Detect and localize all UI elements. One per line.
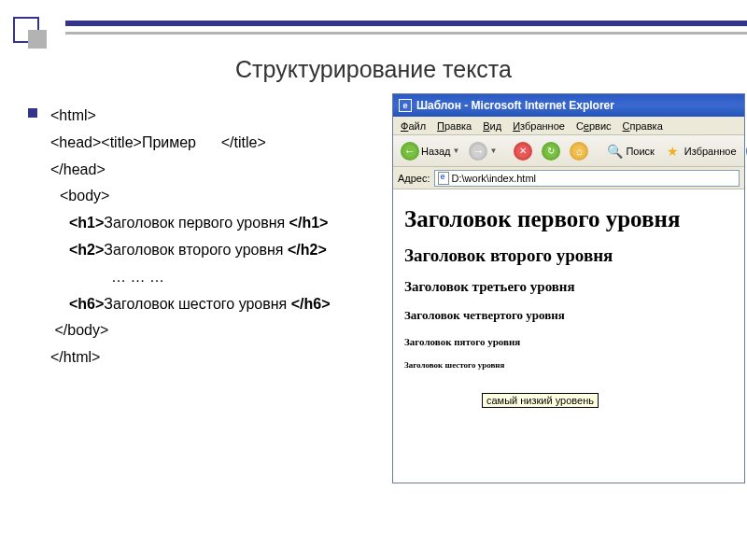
- ie-browser-window: e Шаблон - Microsoft Internet Explorer Ф…: [392, 93, 745, 483]
- code-line: <h1>Заголовок первого уровня </h1>: [50, 210, 374, 237]
- tooltip: самый низкий уровень: [482, 393, 599, 408]
- back-button[interactable]: ← Назад ▼: [398, 140, 462, 162]
- code-line: … … …: [50, 264, 374, 291]
- code-line: <h6>Заголовок шестого уровня </h6>: [50, 291, 374, 318]
- address-value: D:\work\index.html: [452, 173, 536, 184]
- forward-button[interactable]: → ▼: [466, 140, 500, 162]
- code-line: </head>: [50, 157, 374, 184]
- decoration-line-thick: [65, 21, 747, 26]
- address-input[interactable]: D:\work\index.html: [434, 170, 740, 187]
- window-titlebar: e Шаблон - Microsoft Internet Explorer: [393, 94, 744, 117]
- menu-file[interactable]: Файл: [397, 119, 430, 133]
- back-arrow-icon: ←: [401, 142, 419, 161]
- heading-h6: Заголовок шестого уровня: [404, 360, 733, 370]
- search-icon: 🔍: [605, 142, 624, 161]
- menu-edit[interactable]: Правка: [433, 119, 475, 133]
- media-button[interactable]: ●: [743, 140, 747, 162]
- window-title: Шаблон - Microsoft Internet Explorer: [416, 99, 614, 112]
- refresh-icon: ↻: [542, 142, 560, 161]
- search-button[interactable]: 🔍 Поиск: [602, 140, 656, 162]
- home-button[interactable]: ⌂: [567, 140, 591, 162]
- menu-help[interactable]: Справка: [619, 119, 667, 133]
- heading-h5: Заголовок пятого уровня: [404, 336, 733, 347]
- slide-title: Структурирование текста: [0, 56, 747, 83]
- menu-bar: Файл Правка Вид Избранное Сервис Справка: [393, 117, 744, 135]
- favorites-label: Избранное: [684, 146, 737, 157]
- heading-h2: Заголовок второго уровня: [404, 245, 733, 266]
- code-line: <html>: [50, 103, 374, 130]
- dropdown-icon: ▼: [453, 147, 460, 155]
- back-label: Назад: [421, 146, 451, 157]
- heading-h4: Заголовок четвертого уровня: [404, 308, 733, 323]
- code-line: </body>: [50, 317, 374, 344]
- code-line: <h2>Заголовок второго уровня </h2>: [50, 237, 374, 264]
- code-line: <body>: [50, 183, 374, 210]
- favorites-button[interactable]: ★ Избранное: [661, 140, 740, 162]
- star-icon: ★: [664, 142, 683, 161]
- stop-button[interactable]: ✕: [511, 140, 535, 162]
- decoration-square-fill: [28, 30, 47, 49]
- ie-logo-icon: e: [399, 99, 412, 112]
- menu-tools[interactable]: Сервис: [572, 119, 615, 133]
- code-line: <head><title>Пример </title>: [50, 130, 374, 157]
- toolbar: ← Назад ▼ → ▼ ✕ ↻ ⌂ 🔍 Поиск ★ Избранное …: [393, 135, 744, 167]
- heading-h3: Заголовок третьего уровня: [404, 279, 733, 295]
- menu-favorites[interactable]: Избранное: [509, 119, 569, 133]
- home-icon: ⌂: [570, 142, 588, 161]
- heading-h1: Заголовок первого уровня: [404, 206, 733, 232]
- menu-view[interactable]: Вид: [479, 119, 505, 133]
- code-line: </html>: [50, 344, 374, 371]
- bullet-icon: [28, 108, 37, 118]
- document-icon: [438, 172, 449, 185]
- browser-content: Заголовок первого уровня Заголовок второ…: [393, 189, 744, 392]
- dropdown-icon: ▼: [489, 147, 497, 155]
- forward-arrow-icon: →: [469, 142, 487, 161]
- address-label: Адрес:: [398, 173, 430, 184]
- refresh-button[interactable]: ↻: [539, 140, 563, 162]
- search-label: Поиск: [626, 146, 654, 157]
- stop-icon: ✕: [514, 142, 532, 161]
- html-code-example: <html> <head><title>Пример </title> </he…: [28, 103, 374, 371]
- address-bar: Адрес: D:\work\index.html: [393, 167, 744, 189]
- decoration-line-thin: [65, 32, 747, 35]
- slide-decoration: [0, 0, 747, 37]
